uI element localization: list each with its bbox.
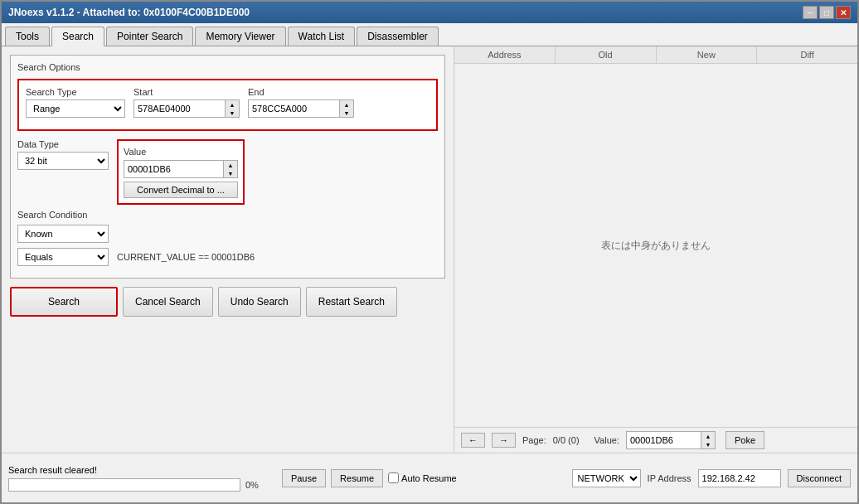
data-type-label: Data Type xyxy=(17,139,109,149)
content-area: Search Options Search Type Range Start xyxy=(2,46,857,453)
tab-watch-list[interactable]: Watch List xyxy=(288,27,356,46)
cancel-search-button[interactable]: Cancel Search xyxy=(123,287,213,317)
tab-tools[interactable]: Tools xyxy=(5,27,50,46)
value-box: Value ▲ ▼ Convert Decimal to ... xyxy=(117,139,245,205)
end-spin-up[interactable]: ▲ xyxy=(340,100,353,109)
bottom-bar: Search result cleared! 0% Pause Resume A… xyxy=(2,453,857,502)
network-select[interactable]: NETWORK xyxy=(572,469,641,487)
table-footer: ← → Page: 0/0 (0) Value: ▲ ▼ Poke xyxy=(454,427,857,453)
pause-resume-area: Pause Resume Auto Resume xyxy=(282,469,457,487)
start-label: Start xyxy=(133,87,240,97)
end-input[interactable] xyxy=(248,99,339,118)
search-type-row-box: Search Type Range Start ▲ ▼ xyxy=(17,79,438,131)
resume-button[interactable]: Resume xyxy=(331,469,383,487)
data-type-select[interactable]: 32 bit xyxy=(17,152,109,170)
search-type-group: Search Type Range xyxy=(26,87,125,118)
value-spin-up[interactable]: ▲ xyxy=(224,161,237,169)
search-options-box: Search Options Search Type Range Start xyxy=(10,55,445,279)
footer-row2: 0% xyxy=(8,478,259,492)
next-page-button[interactable]: → xyxy=(492,433,516,448)
footer-value-spinbox: ▲ ▼ xyxy=(626,431,716,449)
equals-select-row: Equals CURRENT_VALUE == 00001DB6 xyxy=(17,248,438,266)
undo-search-button[interactable]: Undo Search xyxy=(218,287,301,317)
value-label: Value xyxy=(124,147,146,157)
start-spin-up[interactable]: ▲ xyxy=(226,100,239,109)
tab-bar: Tools Search Pointer Search Memory Viewe… xyxy=(2,23,857,46)
close-button[interactable]: ✕ xyxy=(836,6,851,19)
poke-button[interactable]: Poke xyxy=(726,431,764,449)
tab-memory-viewer[interactable]: Memory Viewer xyxy=(195,27,285,46)
ip-address-label: IP Address xyxy=(648,473,692,483)
end-spinbox: ▲ ▼ xyxy=(248,99,354,118)
bottom-right: NETWORK IP Address Disconnect xyxy=(572,469,851,487)
disconnect-button[interactable]: Disconnect xyxy=(788,469,851,487)
col-address: Address xyxy=(454,46,556,63)
tab-disassembler[interactable]: Disassembler xyxy=(357,27,439,46)
page-label: Page: xyxy=(522,435,546,445)
pause-button[interactable]: Pause xyxy=(282,469,326,487)
progress-percent: 0% xyxy=(245,480,259,490)
end-spin-down[interactable]: ▼ xyxy=(340,109,353,117)
footer-value-input[interactable] xyxy=(626,431,701,449)
search-type-label: Search Type xyxy=(26,87,125,97)
value-spinbox: ▲ ▼ xyxy=(124,160,238,178)
condition-select-row: Known xyxy=(17,225,438,243)
value-spin-down[interactable]: ▼ xyxy=(224,169,237,177)
convert-decimal-button[interactable]: Convert Decimal to ... xyxy=(124,182,238,198)
maximize-button[interactable]: □ xyxy=(819,6,834,19)
restart-search-button[interactable]: Restart Search xyxy=(306,287,397,317)
window-title: JNoexs v1.1.2 - Attached to: 0x0100F4C00… xyxy=(8,7,250,18)
right-panel: Address Old New Diff 表には中身がありません ← → Pag… xyxy=(454,46,857,453)
start-spinbox: ▲ ▼ xyxy=(133,99,240,118)
prev-page-button[interactable]: ← xyxy=(461,433,485,448)
search-options-title: Search Options xyxy=(17,62,438,72)
auto-resume-checkbox[interactable] xyxy=(388,472,399,483)
tab-pointer-search[interactable]: Pointer Search xyxy=(106,27,193,46)
auto-resume-checkbox-group: Auto Resume xyxy=(388,472,457,483)
action-buttons-row: Search Cancel Search Undo Search Restart… xyxy=(10,287,445,317)
tab-search[interactable]: Search xyxy=(51,27,104,46)
title-bar: JNoexs v1.1.2 - Attached to: 0x0100F4C00… xyxy=(2,2,857,23)
end-label: End xyxy=(248,87,354,97)
end-spin-buttons: ▲ ▼ xyxy=(339,99,354,118)
start-input[interactable] xyxy=(133,99,225,118)
footer-value-spin-up[interactable]: ▲ xyxy=(701,432,715,440)
footer-value-spin-buttons: ▲ ▼ xyxy=(701,431,716,449)
data-type-group: Data Type 32 bit xyxy=(17,139,109,170)
col-diff: Diff xyxy=(757,46,857,63)
col-old: Old xyxy=(556,46,657,63)
table-empty-message: 表には中身がありません xyxy=(601,239,711,253)
start-spin-buttons: ▲ ▼ xyxy=(225,99,240,118)
table-body: 表には中身がありません xyxy=(454,64,857,427)
left-panel: Search Options Search Type Range Start xyxy=(2,46,454,453)
end-group: End ▲ ▼ xyxy=(248,87,354,118)
start-group: Start ▲ ▼ xyxy=(133,87,240,118)
footer-value-spin-down[interactable]: ▼ xyxy=(701,440,715,448)
data-type-row: Data Type 32 bit Value ▲ ▼ xyxy=(17,139,438,205)
page-value: 0/0 (0) xyxy=(553,435,580,445)
auto-resume-label: Auto Resume xyxy=(401,473,457,483)
search-condition-label: Search Condition xyxy=(17,210,87,220)
col-new: New xyxy=(657,46,758,63)
footer-row1: Search result cleared! xyxy=(8,465,259,475)
search-type-row: Search Type Range Start ▲ ▼ xyxy=(26,87,430,118)
bottom-left: Search result cleared! 0% xyxy=(8,465,259,492)
minimize-button[interactable]: ─ xyxy=(803,6,818,19)
value-input[interactable] xyxy=(124,160,223,178)
status-text: Search result cleared! xyxy=(8,465,97,475)
footer-value-label: Value: xyxy=(595,435,619,445)
table-header: Address Old New Diff xyxy=(454,46,857,64)
window-controls: ─ □ ✕ xyxy=(803,6,851,19)
known-select[interactable]: Known xyxy=(17,225,109,243)
ip-address-input[interactable] xyxy=(698,469,781,487)
value-spin-buttons: ▲ ▼ xyxy=(223,160,238,178)
expression-text: CURRENT_VALUE == 00001DB6 xyxy=(117,252,255,262)
main-window: JNoexs v1.1.2 - Attached to: 0x0100F4C00… xyxy=(0,0,859,504)
search-type-select[interactable]: Range xyxy=(26,99,125,118)
search-condition-row: Search Condition xyxy=(17,210,438,220)
equals-select[interactable]: Equals xyxy=(17,248,109,266)
start-spin-down[interactable]: ▼ xyxy=(226,109,239,117)
search-button[interactable]: Search xyxy=(10,287,118,317)
progress-bar-outer xyxy=(8,478,240,492)
